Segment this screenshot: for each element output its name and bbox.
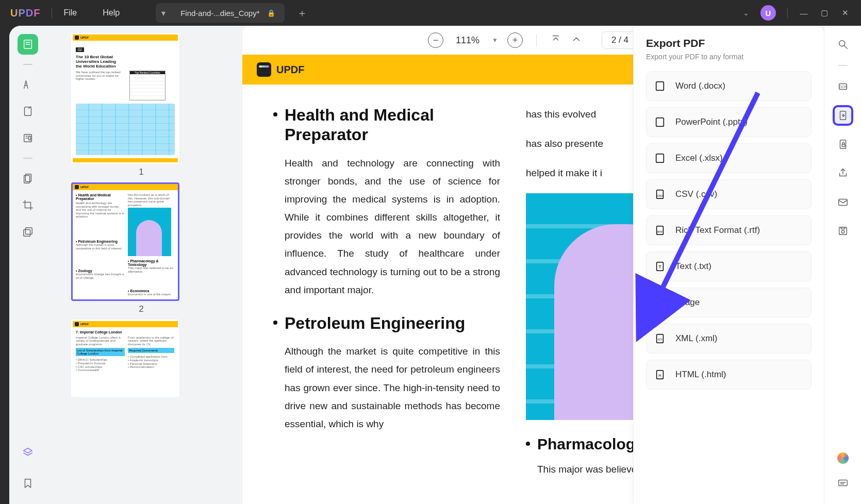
crop-tool[interactable]	[18, 195, 38, 215]
word-icon: W	[654, 80, 666, 92]
minimize-button[interactable]: —	[799, 8, 808, 18]
export-option-ppt[interactable]: PPowerPoint (.pptx)	[646, 107, 812, 137]
export-option-rtf[interactable]: RTFRich Text Format (.rtf)	[646, 215, 812, 245]
svg-line-33	[844, 46, 847, 49]
window-controls: ⌄ U — ▢ ✕	[743, 5, 861, 21]
new-tab-button[interactable]: ＋	[297, 6, 307, 20]
xls-icon: X	[654, 152, 666, 164]
svg-text:P: P	[658, 120, 661, 125]
export-title: Export PDF	[646, 37, 812, 49]
thumbnail-3[interactable]: UPDF 7. Imperial College London Imperial…	[71, 320, 211, 397]
svg-rect-10	[24, 229, 30, 236]
svg-text:T: T	[658, 264, 661, 270]
export-label: Rich Text Format (.rtf)	[675, 225, 760, 236]
svg-rect-11	[25, 228, 32, 234]
export-label: XML (.xml)	[675, 333, 718, 344]
organize-tool[interactable]	[18, 128, 38, 148]
tab-label: Find-and-...dies_Copy*	[180, 9, 259, 18]
svg-text:</>: </>	[657, 338, 663, 341]
svg-rect-3	[25, 107, 31, 116]
section-title: Health and Medical Preparator	[285, 105, 500, 145]
svg-rect-42	[841, 227, 845, 229]
share-tool[interactable]	[833, 163, 853, 183]
separator	[838, 65, 848, 66]
section-petroleum: Petroleum Engineering Although the marke…	[273, 313, 500, 433]
export-label: Word (.docx)	[675, 81, 725, 91]
edit-tool[interactable]	[18, 101, 38, 122]
export-panel: Export PDF Export your PDF to any format…	[633, 26, 824, 504]
thumbnail-panel: UPDF 02 The 10 Best Global Universities …	[46, 26, 242, 504]
section-title: Petroleum Engineering	[285, 313, 500, 333]
save-tool[interactable]	[833, 221, 853, 241]
bookmark-icon[interactable]	[18, 473, 38, 494]
export-option-xls[interactable]: XExcel (.xlsx)	[646, 143, 812, 173]
menu-help[interactable]: Help	[103, 8, 120, 18]
rtf-icon: RTF	[654, 224, 666, 237]
separator	[23, 64, 32, 65]
maximize-button[interactable]: ▢	[820, 8, 829, 18]
zoom-out-button[interactable]: −	[428, 32, 443, 48]
protect-tool[interactable]	[833, 134, 853, 155]
section-body: Although the market is quite competitive…	[285, 342, 500, 433]
export-subtitle: Export your PDF to any format	[646, 53, 812, 61]
separator	[23, 158, 32, 159]
export-label: CSV (.csv)	[675, 189, 717, 199]
layers-icon[interactable]	[18, 442, 38, 463]
svg-point-41	[841, 230, 845, 233]
close-button[interactable]: ✕	[840, 8, 850, 18]
export-option-word[interactable]: WWord (.docx)	[646, 71, 812, 101]
export-label: Excel (.xlsx)	[675, 153, 723, 163]
zoom-level: 111%	[456, 35, 479, 46]
xml-icon: </>	[654, 332, 666, 345]
main-view: − 111% ▼ + 2 / 4 UPDF He	[242, 26, 824, 504]
ppt-icon: P	[654, 116, 666, 128]
right-toolbar: OCR	[824, 26, 861, 504]
comment-tool[interactable]	[18, 74, 38, 95]
left-column: Health and Medical Preparator Health and…	[273, 105, 500, 493]
export-option-xml[interactable]: </>XML (.xml)	[646, 324, 812, 354]
txt-icon: T	[654, 260, 666, 273]
first-page-button[interactable]	[550, 33, 561, 47]
ocr-tool[interactable]: OCR	[833, 76, 853, 97]
comment-panel-icon[interactable]	[833, 473, 853, 494]
tabs: ▾ Find-and-...dies_Copy* 🔒 ＋	[156, 0, 307, 26]
section-health: Health and Medical Preparator Health and…	[273, 105, 500, 299]
svg-rect-43	[838, 480, 847, 486]
thumbnail-2[interactable]: UPDF • Health and Medical Preparator Hea…	[71, 182, 211, 314]
export-option-img[interactable]: Image	[646, 288, 812, 317]
svg-text:W: W	[658, 84, 662, 89]
export-option-html[interactable]: HHTML (.html)	[646, 360, 812, 390]
ai-icon[interactable]	[837, 452, 849, 464]
separator	[787, 8, 788, 18]
app-body: UPDF 02 The 10 Best Global Universities …	[9, 26, 861, 504]
svg-rect-39	[838, 199, 847, 206]
export-option-txt[interactable]: TText (.txt)	[646, 251, 812, 281]
zoom-in-button[interactable]: +	[507, 32, 523, 48]
search-tool[interactable]	[833, 34, 853, 55]
export-tool[interactable]	[833, 105, 853, 126]
document-tab[interactable]: Find-and-...dies_Copy* 🔒	[171, 3, 284, 23]
chevron-down-icon[interactable]: ⌄	[743, 9, 749, 17]
prev-page-button[interactable]	[571, 33, 582, 47]
bullet-icon	[273, 112, 277, 116]
thumb-number: 1	[71, 167, 211, 177]
svg-text:H: H	[658, 373, 661, 378]
svg-text:CSV: CSV	[657, 194, 663, 197]
thumb-number: 2	[71, 304, 211, 314]
export-label: HTML (.html)	[675, 369, 726, 380]
mail-tool[interactable]	[833, 192, 853, 212]
tab-dropdown[interactable]: ▾	[156, 3, 171, 23]
svg-text:RTF: RTF	[657, 230, 663, 233]
menu-file[interactable]: File	[63, 8, 77, 18]
batch-tool[interactable]	[18, 222, 38, 242]
thumbnail-1[interactable]: UPDF 02 The 10 Best Global Universities …	[71, 33, 211, 177]
export-option-csv[interactable]: CSVCSV (.csv)	[646, 179, 812, 209]
user-avatar[interactable]: U	[760, 5, 776, 21]
zoom-dropdown[interactable]: ▼	[492, 37, 498, 44]
page-tool[interactable]	[18, 168, 38, 189]
reader-tool[interactable]	[18, 34, 38, 55]
svg-point-32	[839, 41, 845, 46]
separator	[536, 34, 537, 46]
left-toolbar	[9, 26, 46, 504]
lock-icon: 🔒	[267, 9, 275, 17]
